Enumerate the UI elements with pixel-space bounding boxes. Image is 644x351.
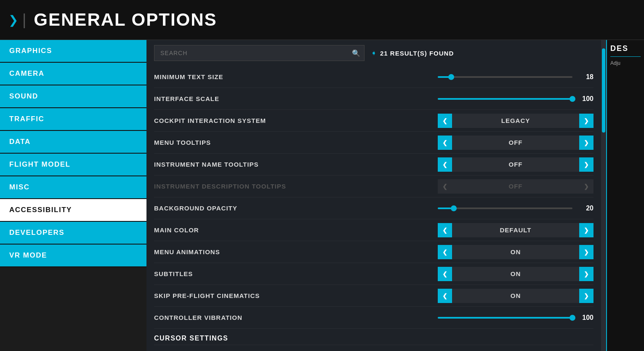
sidebar-item-accessibility[interactable]: ACCESSIBILITY xyxy=(0,199,146,222)
search-icon[interactable]: 🔍 xyxy=(352,49,360,57)
setting-row-menu-tooltips: MENU TOOLTIPS❮OFF❯ xyxy=(154,132,593,154)
setting-row-subtitles: SUBTITLES❮ON❯ xyxy=(154,263,593,285)
menu-animations-label: MENU ANIMATIONS xyxy=(154,248,438,255)
desc-panel-title: DES xyxy=(610,44,641,57)
setting-row-background-opacity: BACKGROUND OPACITY20 xyxy=(154,197,593,219)
setting-row-minimum-text-size: MINIMUM TEXT SIZE18 xyxy=(154,66,593,88)
instrument-name-tooltips-label: INSTRUMENT NAME TOOLTIPS xyxy=(154,161,438,168)
skip-preflight-label: SKIP PRE-FLIGHT CINEMATICS xyxy=(154,292,438,299)
instrument-name-tooltips-value: OFF xyxy=(452,157,579,172)
results-arrow-icon: ➧ xyxy=(371,50,377,56)
cockpit-interaction-prev-btn[interactable]: ❮ xyxy=(438,114,452,128)
controller-vibration-fill xyxy=(438,317,572,319)
minimum-text-size-label: MINIMUM TEXT SIZE xyxy=(154,73,438,80)
search-bar: 🔍 ➧ 21 RESULT(S) FOUND xyxy=(146,40,601,66)
header-arrow-icon: ❯ xyxy=(8,13,18,27)
controller-vibration-slider[interactable]: 100 xyxy=(438,314,593,322)
minimum-text-size-slider[interactable]: 18 xyxy=(438,73,593,81)
subtitles-value: ON xyxy=(452,267,579,281)
sidebar: GRAPHICSCAMERASOUNDTRAFFICDATAFLIGHT MOD… xyxy=(0,40,146,351)
cockpit-interaction-value: LEGACY xyxy=(452,114,579,128)
results-count: 21 RESULT(S) FOUND xyxy=(380,50,454,57)
sidebar-item-graphics[interactable]: GRAPHICS xyxy=(0,40,146,63)
skip-preflight-next-btn[interactable]: ❯ xyxy=(579,289,593,303)
minimum-text-size-thumb[interactable] xyxy=(448,74,454,80)
controller-vibration-label: CONTROLLER VIBRATION xyxy=(154,314,438,321)
scrollbar-thumb[interactable] xyxy=(602,48,605,133)
page-title: GENERAL OPTIONS xyxy=(34,10,217,30)
skip-preflight-toggle: ❮ON❯ xyxy=(438,289,593,303)
sidebar-item-vr-mode[interactable]: VR MODE xyxy=(0,245,146,267)
setting-row-cockpit-interaction: COCKPIT INTERACTION SYSTEM❮LEGACY❯ xyxy=(154,110,593,132)
controller-vibration-track xyxy=(438,317,572,319)
interface-scale-value: 100 xyxy=(577,95,593,103)
menu-tooltips-value: OFF xyxy=(452,136,579,150)
menu-animations-next-btn[interactable]: ❯ xyxy=(579,245,593,259)
menu-tooltips-toggle: ❮OFF❯ xyxy=(438,136,593,150)
main-color-prev-btn[interactable]: ❮ xyxy=(438,223,452,237)
content-area: 🔍 ➧ 21 RESULT(S) FOUND MINIMUM TEXT SIZE… xyxy=(146,40,601,351)
results-label: ➧ 21 RESULT(S) FOUND xyxy=(371,50,454,57)
sidebar-item-data[interactable]: DATA xyxy=(0,131,146,154)
instrument-name-tooltips-prev-btn[interactable]: ❮ xyxy=(438,157,452,172)
main-color-label: MAIN COLOR xyxy=(154,226,438,234)
menu-tooltips-next-btn[interactable]: ❯ xyxy=(579,136,593,150)
menu-animations-prev-btn[interactable]: ❮ xyxy=(438,245,452,259)
sidebar-item-developers[interactable]: DEVELOPERS xyxy=(0,222,146,245)
interface-scale-fill xyxy=(438,98,572,100)
main-layout: GRAPHICSCAMERASOUNDTRAFFICDATAFLIGHT MOD… xyxy=(0,40,644,351)
sidebar-item-misc[interactable]: MISC xyxy=(0,176,146,199)
settings-list: MINIMUM TEXT SIZE18INTERFACE SCALE100COC… xyxy=(146,66,601,351)
header: ❯ | GENERAL OPTIONS xyxy=(0,0,644,40)
sidebar-item-traffic[interactable]: TRAFFIC xyxy=(0,108,146,131)
description-panel: DES Adju xyxy=(606,40,644,351)
setting-row-instrument-desc-tooltips: INSTRUMENT DESCRIPTION TOOLTIPS❮OFF❯ xyxy=(154,176,593,197)
background-opacity-value: 20 xyxy=(577,205,593,212)
instrument-desc-tooltips-value: OFF xyxy=(452,179,579,194)
sidebar-item-flight-model[interactable]: FLIGHT MODEL xyxy=(0,154,146,176)
subtitles-toggle: ❮ON❯ xyxy=(438,267,593,281)
main-color-next-btn[interactable]: ❯ xyxy=(579,223,593,237)
desc-panel-text: Adju xyxy=(610,60,641,66)
subtitles-next-btn[interactable]: ❯ xyxy=(579,267,593,281)
sidebar-item-camera[interactable]: CAMERA xyxy=(0,63,146,85)
interface-scale-thumb[interactable] xyxy=(569,96,575,102)
background-opacity-thumb[interactable] xyxy=(451,205,457,211)
header-divider: | xyxy=(22,11,26,29)
search-input[interactable] xyxy=(154,45,365,61)
skip-preflight-value: ON xyxy=(452,289,579,303)
menu-animations-value: ON xyxy=(452,245,579,259)
background-opacity-track xyxy=(438,207,572,209)
cockpit-interaction-label: COCKPIT INTERACTION SYSTEM xyxy=(154,117,438,124)
instrument-desc-tooltips-label: INSTRUMENT DESCRIPTION TOOLTIPS xyxy=(154,183,438,190)
instrument-name-tooltips-toggle: ❮OFF❯ xyxy=(438,157,593,172)
interface-scale-label: INTERFACE SCALE xyxy=(154,95,438,102)
setting-row-cursor-acceleration: CURSOR ACCELERATION7 xyxy=(154,345,593,351)
setting-row-menu-animations: MENU ANIMATIONS❮ON❯ xyxy=(154,241,593,263)
setting-row-interface-scale: INTERFACE SCALE100 xyxy=(154,88,593,110)
minimum-text-size-track xyxy=(438,76,572,78)
minimum-text-size-value: 18 xyxy=(577,73,593,81)
controller-vibration-thumb[interactable] xyxy=(569,315,575,321)
setting-row-main-color: MAIN COLOR❮DEFAULT❯ xyxy=(154,219,593,241)
instrument-desc-tooltips-next-btn: ❯ xyxy=(579,179,593,194)
subtitles-prev-btn[interactable]: ❮ xyxy=(438,267,452,281)
sidebar-item-sound[interactable]: SOUND xyxy=(0,85,146,108)
menu-tooltips-label: MENU TOOLTIPS xyxy=(154,139,438,146)
controller-vibration-value: 100 xyxy=(577,314,593,322)
interface-scale-slider[interactable]: 100 xyxy=(438,95,593,103)
main-color-toggle: ❮DEFAULT❯ xyxy=(438,223,593,237)
skip-preflight-prev-btn[interactable]: ❮ xyxy=(438,289,452,303)
cockpit-interaction-next-btn[interactable]: ❯ xyxy=(579,114,593,128)
menu-animations-toggle: ❮ON❯ xyxy=(438,245,593,259)
main-color-value: DEFAULT xyxy=(452,223,579,237)
search-input-wrapper: 🔍 xyxy=(154,45,365,61)
background-opacity-slider[interactable]: 20 xyxy=(438,205,593,212)
instrument-desc-tooltips-prev-btn: ❮ xyxy=(438,179,452,194)
scrollbar-panel[interactable] xyxy=(601,40,606,351)
subtitles-label: SUBTITLES xyxy=(154,270,438,277)
setting-row-instrument-name-tooltips: INSTRUMENT NAME TOOLTIPS❮OFF❯ xyxy=(154,154,593,176)
menu-tooltips-prev-btn[interactable]: ❮ xyxy=(438,136,452,150)
instrument-name-tooltips-next-btn[interactable]: ❯ xyxy=(579,157,593,172)
setting-row-skip-preflight: SKIP PRE-FLIGHT CINEMATICS❮ON❯ xyxy=(154,285,593,307)
